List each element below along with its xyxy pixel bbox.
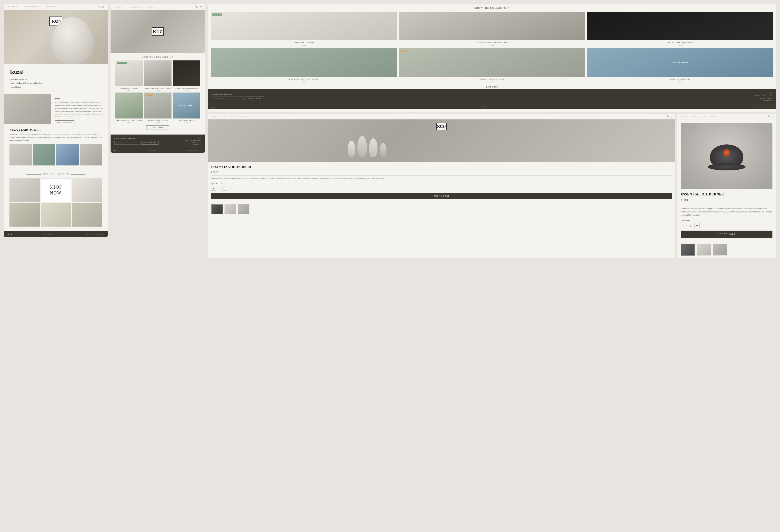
mid-footer: ◉ ◈ KUZA Studio © Nicosia 47, Nicosia 10… (110, 148, 205, 153)
right-product-4[interactable]: HAND-BUILT VASE IN MATTE BLACK €30,00 (211, 48, 397, 83)
instagram-icon[interactable]: ◉ (8, 233, 9, 235)
rbl-nav-story[interactable]: THE STORY (211, 116, 219, 117)
mid-prod-img-1: BEST SELLER (115, 60, 143, 87)
right-product-5[interactable]: ON SALE IKEBANA-INSPIRED VESSEL €50,00 (399, 48, 585, 83)
right-bottom-left-panel: THE STORY | THE COLLECTION | THE SHOP 🔍 … (208, 114, 675, 258)
nav-the-story[interactable]: THE STORY (8, 6, 18, 8)
mid-nl-subscribe-button[interactable]: SUBSCRIBE NOW (141, 141, 158, 145)
product-detail-divider (681, 205, 772, 205)
right-product-3[interactable]: SINGLE CANDELABRA IN BLACK €60,00 (587, 12, 773, 47)
right-facebook-icon[interactable]: ◈ (214, 106, 215, 108)
mid-footer-store-policy[interactable]: STORE POLICY (185, 142, 201, 143)
mid-product-1[interactable]: BEST SELLER CANDELABRA IN WHITE €50,00 (115, 60, 143, 91)
mid-product-5[interactable]: ON SALE IKEBANA-INSPIRED VESSEL €50,00 (144, 93, 172, 123)
rbr-cart-icon[interactable]: ◻ (772, 115, 773, 118)
rbl-qty-plus-button[interactable]: + (223, 186, 227, 191)
mid-search-icon[interactable]: 🔍 (195, 6, 198, 8)
right-nl-text: Sign up to get our updates first (212, 93, 264, 95)
mid-load-more-button[interactable]: LOAD MORE (146, 125, 169, 130)
cart-icon[interactable]: ◻ (102, 6, 104, 8)
search-icon[interactable]: 🔍 (98, 6, 101, 8)
story-heading: KUZA (55, 97, 104, 100)
rbl-search-icon[interactable]: 🔍 (667, 115, 669, 118)
mid-footer-shipping[interactable]: SHIPPING & RETURNS (185, 140, 201, 141)
product-thumb-1[interactable] (681, 244, 695, 256)
collection-item-shop-now[interactable]: SHOPNOW (41, 178, 71, 202)
collection-item-3[interactable] (72, 178, 102, 202)
rbl-add-to-cart-button[interactable]: ADD TO CART (211, 193, 672, 199)
rbr-nav-story[interactable]: THE STORY (680, 116, 688, 117)
right-prod-name-6: ESSENTIAL OIL BURNER (587, 78, 773, 81)
middle-panel: THE STORY | THE COLLECTION | THE SHOP 🔍 … (110, 4, 205, 153)
nav-the-collection[interactable]: THE COLLECTION (24, 6, 40, 8)
facebook-icon[interactable]: ◈ (11, 233, 12, 235)
product-thumb-2[interactable] (697, 244, 711, 256)
right-instagram-icon[interactable]: ◉ (212, 106, 213, 108)
rbl-thumb-2[interactable] (225, 204, 236, 214)
right-nl-email-input[interactable] (212, 97, 245, 100)
def-plural: - plural kuzes (9, 85, 102, 89)
rbl-nav: THE STORY | THE COLLECTION | THE SHOP 🔍 … (208, 114, 675, 119)
rbl-nav-collection[interactable]: THE COLLECTION (224, 116, 236, 117)
add-to-cart-button[interactable]: ADD TO CART (681, 230, 772, 238)
rbl-thumb-3[interactable] (238, 204, 249, 214)
rbl-thumb-1-active[interactable] (211, 204, 223, 214)
rbl-product-price: € 60,00 (211, 171, 672, 173)
rbr-nav-shop[interactable]: THE SHOP (710, 116, 717, 117)
collection-item-5[interactable] (41, 203, 71, 226)
right-product-2[interactable]: HAND-BUILT VASE IN WHITE GLAZE €40,00 (399, 12, 585, 47)
rbl-nav-icons: 🔍 ◻ (667, 115, 672, 118)
shop-collection-button[interactable]: SHOP COLLECTION (55, 120, 75, 125)
mid-footer-payments[interactable]: PAYMENTS (185, 144, 201, 145)
rbl-qty-minus-button[interactable]: − (211, 186, 216, 191)
mid-product-2[interactable]: HAND-BUILT VASE IN WHITE GLAZE €40,00 (144, 60, 172, 91)
right-prod-name-3: SINGLE CANDELABRA IN BLACK (587, 42, 773, 44)
rbr-search-icon[interactable]: 🔍 (768, 115, 770, 118)
product-detail-description: Unfinished black stoneware, hand-sculpte… (681, 207, 772, 217)
right-address: © Nicosia 47, Nicosia 1016 (757, 106, 772, 108)
rbl-cart-icon[interactable]: ◻ (671, 115, 672, 118)
mid-product-3[interactable]: SINGLE CANDELABRA IN BLACK €60,00 (173, 60, 200, 91)
rbl-sep-2: | (238, 116, 238, 117)
mid-nav-collection[interactable]: THE COLLECTION (128, 6, 142, 8)
right-newsletter: Sign up to get our updates first SUBSCRI… (208, 89, 776, 105)
right-nl-subscribe-button[interactable]: SUBSCRIBE NOW (246, 97, 264, 100)
right-footer-faq[interactable]: FAQ (754, 92, 772, 94)
mid-product-4[interactable]: HAND-BUILT VASE IN MATTE BLACK €30,00 (115, 93, 143, 123)
story-image (4, 94, 51, 124)
collection-item-4[interactable] (9, 203, 40, 226)
mid-instagram-icon[interactable]: ◉ (114, 150, 115, 151)
qty-plus-button[interactable]: + (694, 223, 700, 228)
rbr-nav-collection[interactable]: THE COLLECTION (693, 116, 705, 117)
mid-facebook-icon[interactable]: ◈ (116, 150, 118, 151)
mid-badge-sale: ON SALE (146, 94, 153, 96)
right-product-1[interactable]: BEST SELLER CANDELABRA IN WHITE €50,00 (211, 12, 397, 47)
mid-nl-email-input[interactable] (114, 141, 140, 145)
mid-cart-icon[interactable]: ◻ (200, 6, 202, 8)
right-prod-price-5: €50,00 (399, 81, 585, 83)
product-thumb-3[interactable] (713, 244, 727, 256)
collab-img-3 (56, 144, 79, 165)
qty-minus-button[interactable]: − (681, 223, 686, 228)
def-noun: - noun, pitcher with one or no handles (9, 81, 102, 85)
right-footer-payments[interactable]: PAYMENTS (754, 100, 772, 102)
right-load-more-button[interactable]: LOAD MORE (479, 85, 505, 89)
left-hero: KU ZΛ (4, 10, 108, 64)
collection-item-1[interactable] (9, 178, 40, 202)
rbl-nav-shop[interactable]: THE SHOP (241, 116, 248, 117)
product-quantity-row: − 1 + (681, 223, 772, 228)
mid-nav-shop[interactable]: THE SHOP (147, 6, 155, 8)
collection-title: THE COLLECTION (9, 173, 102, 176)
mid-prod-name-4: HAND-BUILT VASE IN MATTE BLACK (115, 119, 143, 121)
mid-nav-story[interactable]: THE STORY (114, 6, 123, 8)
right-product-6-learn-more[interactable]: LEARN MORE ESSENTIAL OIL BURNER €0,00 (587, 48, 773, 83)
right-prod-price-2: €40,00 (399, 45, 585, 47)
right-prod-img-5: ON SALE (399, 48, 585, 77)
right-footer-store-policy[interactable]: STORE POLICY (754, 97, 772, 99)
product-quantity-label: QUANTITY (681, 219, 772, 222)
mid-product-6[interactable]: LEARN MORE ESSENTIAL OIL BURNER €0,00 (173, 93, 200, 123)
collection-item-6[interactable] (72, 203, 102, 226)
right-footer-shipping[interactable]: SHIPPING & RETURNS (754, 95, 772, 97)
nav-the-shop[interactable]: THE SHOP (46, 6, 55, 8)
mid-footer-faq[interactable]: FAQ (185, 138, 201, 139)
